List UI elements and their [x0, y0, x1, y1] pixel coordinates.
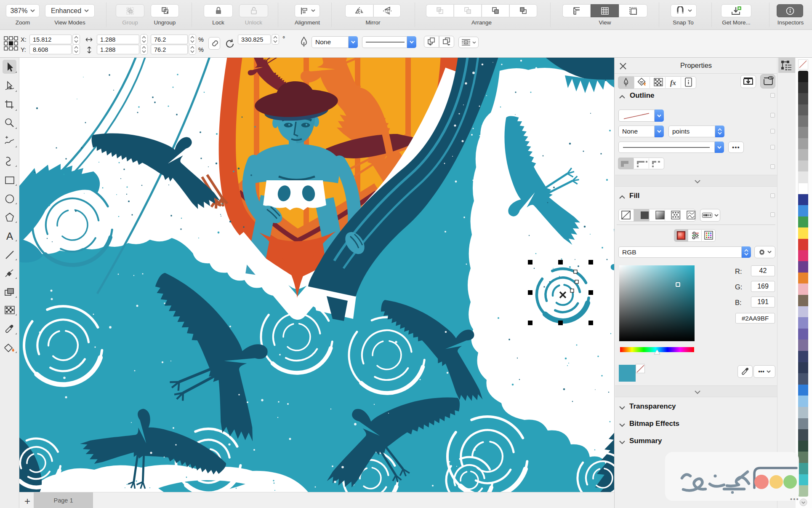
- svg-text:fx: fx: [670, 79, 676, 87]
- svg-text:A: A: [6, 230, 13, 242]
